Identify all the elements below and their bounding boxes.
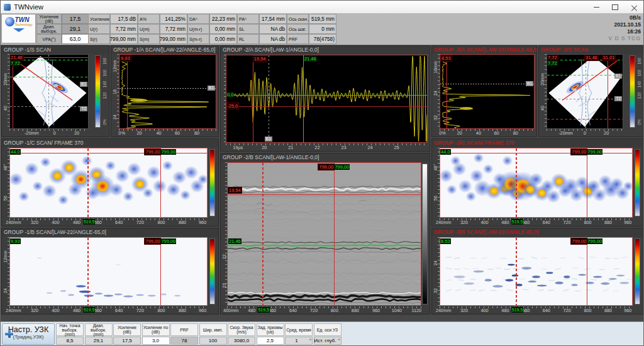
ref-cursor-line[interactable]	[547, 119, 623, 120]
param-value[interactable]: 2,5	[257, 337, 284, 345]
threshold-line[interactable]	[226, 106, 427, 107]
readout-value: 78(4758)	[309, 34, 336, 44]
b-scan-plot[interactable]: 9,93 9,93 799,00 799,00	[9, 237, 208, 306]
title-bar: TWNview	[1, 1, 643, 14]
readout-value: NA db	[259, 24, 287, 34]
ref-cursor-line[interactable]	[608, 55, 608, 128]
spinner-icon[interactable]: ^	[338, 338, 340, 342]
brand-subname: Technology	[15, 23, 33, 26]
gate-label-b1[interactable]: B1	[80, 82, 87, 87]
readout-value: 22,23 mm	[209, 14, 237, 24]
gate-line[interactable]	[119, 88, 216, 89]
red-cursor-line[interactable]	[228, 194, 421, 195]
amplitude-colorbar	[209, 238, 215, 304]
param-value[interactable]: 17,5	[113, 337, 141, 345]
axis-tick: 480	[501, 308, 509, 313]
axis-tick: 23	[221, 283, 226, 288]
gate-line[interactable]	[440, 153, 632, 153]
param-value[interactable]: 3,0	[142, 337, 170, 345]
b-scan-plot[interactable]: 8,53 8,53 799,00 799,00	[440, 237, 633, 306]
param-field: Диап. выборк. (mm)29,1	[85, 323, 113, 345]
panel-title[interactable]: GROUP -1/C SCAN/ FRAME 370	[2, 139, 218, 147]
c-scan-plot[interactable]: 44,0 44,0 799,00 799,00	[9, 148, 208, 218]
param-value[interactable]: Ист. глуб.^	[314, 337, 341, 345]
x-axis: -20mm020	[547, 129, 623, 137]
axis-tick: 880	[604, 308, 612, 313]
param-value[interactable]: 8,5	[56, 337, 84, 345]
ref-pos-readout2: 799,00	[587, 238, 602, 244]
brand-logo[interactable]: TWNTechnology	[1, 14, 36, 43]
gate-line[interactable]	[269, 55, 269, 142]
scan-cursor-line[interactable]	[516, 238, 517, 305]
panel-title[interactable]: GROUP -1/A SCAN/[LAW-22/ANGLE-65,0]	[111, 46, 218, 54]
s-scan-plot[interactable]: 7,72 7,72 31,46 31,01 B1 T2	[547, 54, 623, 129]
gate-label-b3[interactable]: B3	[265, 137, 272, 142]
a-scan-plot[interactable]: 9,93 B1	[119, 54, 216, 129]
ut-settings-button[interactable]: Настр. УЗК (Традиц.УЗК)	[2, 323, 55, 345]
param-value[interactable]: 29,1	[85, 337, 113, 345]
ref-cursor-line[interactable]	[160, 238, 161, 305]
depth-readout: 21,46	[10, 55, 23, 60]
ref-cursor-line[interactable]	[587, 148, 587, 217]
measure-cursor-line[interactable]	[127, 55, 128, 128]
axis-tick: 480	[248, 308, 255, 313]
readout-value: 7,72 mm	[160, 24, 187, 34]
gate-label-b1[interactable]: B1	[526, 81, 533, 86]
gate-line[interactable]	[547, 75, 623, 75]
gate-label-b1[interactable]: B1	[208, 86, 215, 91]
scan-pos-tag: 519,5	[83, 307, 96, 313]
axis-tick: 120	[637, 92, 641, 99]
minimize-button[interactable]	[587, 1, 606, 13]
ref-cursor-line[interactable]	[334, 163, 335, 305]
gate-label-b1[interactable]: B1	[614, 74, 622, 79]
rf-a-scan-plot[interactable]: 19,54 21,46 0,0 -25,0 B3	[226, 55, 428, 143]
toolbar-param-value[interactable]: 63,0	[62, 34, 89, 44]
param-value[interactable]: 3080,0	[228, 337, 255, 345]
panel-title[interactable]: GROUP -3/S SCAN	[539, 46, 643, 54]
rf-b-scan-plot[interactable]: 19,54 21,46 799,00 799,00	[227, 162, 421, 306]
scan-cursor-line[interactable]	[87, 148, 89, 217]
a-scan-plot[interactable]: 8,53 B1	[440, 54, 535, 129]
axis-tick: 16mm	[433, 62, 438, 74]
scan-cursor-line[interactable]	[87, 238, 89, 305]
ref-cursor-line[interactable]	[160, 148, 161, 217]
scan-cursor-line[interactable]	[516, 148, 517, 217]
axis-tick: 240mm	[436, 308, 451, 313]
gate-line[interactable]	[10, 153, 207, 153]
param-value[interactable]: 78	[170, 337, 198, 345]
axis-tick: 320	[460, 308, 468, 313]
axis-tick: 48°	[433, 164, 438, 171]
baseline-readout: 0,0	[226, 92, 234, 98]
close-button[interactable]	[625, 1, 643, 13]
panel-title[interactable]: GROUP -2/B SCAN/[LAW-1/ANGLE-0,0]	[221, 153, 430, 162]
axis-tick: 640	[115, 220, 123, 225]
green-cursor-line[interactable]	[303, 55, 304, 142]
panel-title[interactable]: GROUP -3/B SCAN/[LAW-22/ANGLE-65,0]	[432, 228, 643, 237]
axis-tick: 640	[115, 308, 123, 313]
c-scan-plot[interactable]: 44,0 44,0 799,00 799,00	[440, 148, 633, 218]
axis-tick: 25	[394, 145, 399, 150]
maximize-button[interactable]	[606, 1, 625, 13]
x-axis: 0%20406080	[440, 129, 535, 137]
panel-title[interactable]: GROUP -3/C SCAN/ FRAME 370	[432, 139, 643, 147]
axis-tick: 60	[494, 130, 499, 136]
gate-label-t2[interactable]: T2	[614, 96, 622, 101]
spinner-icon[interactable]: ^	[309, 338, 311, 342]
gate-label-t2[interactable]: T2	[80, 106, 87, 111]
param-value[interactable]: 1^	[285, 337, 313, 345]
axis-tick: 1120	[411, 308, 421, 313]
gate-line[interactable]	[440, 84, 534, 84]
scan-cursor-line[interactable]	[262, 163, 264, 305]
panel-title[interactable]: GROUP -3/A SCAN/[LAW-22/ANGLE-65,0]	[432, 46, 536, 54]
chevron-down-icon[interactable]	[13, 28, 25, 32]
panel-title[interactable]: GROUP -1/S SCAN	[2, 46, 109, 54]
gate-line[interactable]	[10, 77, 88, 77]
measure-cursor-line[interactable]	[447, 55, 447, 128]
panel-title[interactable]: GROUP -1/B SCAN/[LAW-22/ANGLE-65,0]	[2, 228, 218, 237]
red-cursor-line[interactable]	[253, 55, 253, 142]
panel-title[interactable]: GROUP -2/A SCAN/[LAW-1/ANGLE-0,0]	[221, 46, 430, 54]
s-scan-plot[interactable]: 21,46 7,72 B1 T2	[9, 54, 89, 129]
param-value[interactable]: 100	[199, 337, 227, 345]
ref-cursor-line[interactable]	[587, 238, 587, 305]
status-time: 16:26	[608, 28, 641, 35]
